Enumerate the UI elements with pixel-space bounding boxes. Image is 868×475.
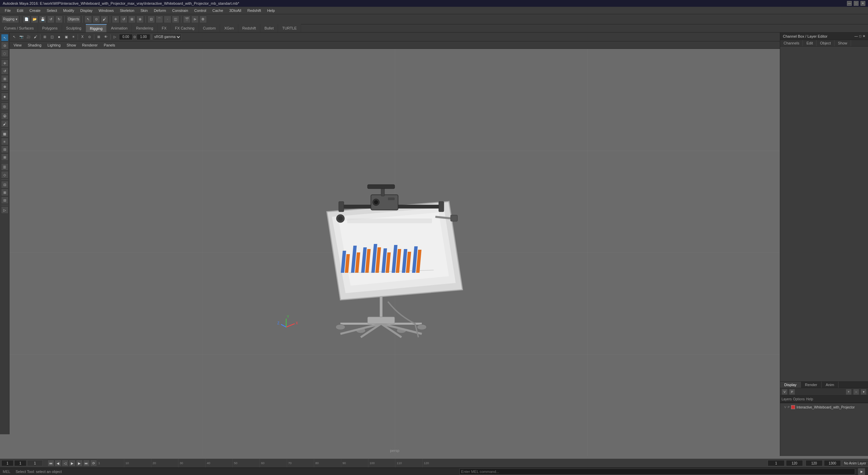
component-editor[interactable]: ▦ <box>1 130 8 137</box>
vp-cam[interactable]: 📷 <box>18 34 25 40</box>
settings-btn[interactable]: ⚙ <box>199 16 207 23</box>
undo-btn[interactable]: ↺ <box>47 16 55 23</box>
vp-light[interactable]: ☀ <box>70 34 77 40</box>
save-file-btn[interactable]: 💾 <box>39 16 46 23</box>
vp-arrow[interactable]: ↖ <box>11 34 18 40</box>
vp-menu-view[interactable]: View <box>11 42 24 48</box>
move-tool[interactable]: ✛ <box>1 59 8 67</box>
brp-tbtn-1[interactable]: V <box>782 389 788 395</box>
frame-input-2[interactable] <box>14 460 26 466</box>
menu-file[interactable]: File <box>2 8 14 13</box>
vp-val1-input[interactable] <box>119 34 133 40</box>
vp-iso[interactable]: ⊠ <box>95 34 102 40</box>
scale-tool-btn[interactable]: ⊞ <box>128 16 136 23</box>
sculpt-tool[interactable]: ⦿ <box>1 112 8 120</box>
vp-menu-shading[interactable]: Shading <box>25 42 44 48</box>
vp-cam2[interactable]: 🎥 <box>25 34 32 40</box>
anim-layer-select[interactable]: No Anim Layer <box>842 460 868 466</box>
go-end-btn[interactable]: ⏭ <box>83 460 90 467</box>
mode-dropdown[interactable]: Rigging ▾ <box>1 16 19 23</box>
vp-wire[interactable]: ◫ <box>48 34 55 40</box>
menu-skeleton[interactable]: Skeleton <box>117 8 137 13</box>
objects-btn[interactable]: Objects <box>66 16 81 23</box>
layer-play-checkbox[interactable]: P <box>788 405 790 409</box>
rp-tab-show[interactable]: Show <box>834 40 851 46</box>
open-file-btn[interactable]: 📂 <box>31 16 38 23</box>
tab-animation[interactable]: Animation <box>107 24 132 32</box>
redo-btn[interactable]: ↻ <box>55 16 63 23</box>
brp-tab-anim[interactable]: Anim <box>822 382 839 388</box>
tab-fx-caching[interactable]: FX Caching <box>171 24 199 32</box>
rotate-tool[interactable]: ↺ <box>1 67 8 75</box>
transform-tool-btn[interactable]: ⊕ <box>136 16 144 23</box>
paint-select-tool[interactable]: ⊙ <box>1 42 8 49</box>
current-frame-input[interactable] <box>1 460 14 466</box>
menu-cache[interactable]: Cache <box>210 8 226 13</box>
rp-float-btn[interactable]: □ <box>859 34 861 38</box>
scale-tool[interactable]: ⊞ <box>1 75 8 82</box>
menu-modify[interactable]: Modify <box>60 8 77 13</box>
menu-help[interactable]: Help <box>264 8 278 13</box>
layout2[interactable]: ⊞ <box>1 189 8 196</box>
paint-weights[interactable]: 🖌 <box>1 120 8 128</box>
brp-del-layer[interactable]: − <box>853 389 859 395</box>
menu-skin[interactable]: Skin <box>138 8 150 13</box>
rp-tab-channels[interactable]: Channels <box>780 40 803 46</box>
tab-custom[interactable]: Custom <box>199 24 220 32</box>
select-tool-btn[interactable]: ↖ <box>84 16 92 23</box>
menu-3dtoall[interactable]: 3DtoAll <box>226 8 244 13</box>
expand-btn[interactable]: ▷ <box>1 206 8 214</box>
menu-deform[interactable]: Deform <box>151 8 169 13</box>
render-btn[interactable]: 🎬 <box>183 16 191 23</box>
brp-layer-options[interactable]: ▾ <box>861 389 867 395</box>
vp-xray[interactable]: X <box>79 34 86 40</box>
snap-grid-btn[interactable]: ⊡ <box>147 16 155 23</box>
gamma-select[interactable]: sRGB gamma <box>153 34 181 40</box>
new-file-btn[interactable]: 📄 <box>23 16 30 23</box>
tab-redshift[interactable]: Redshift <box>238 24 260 32</box>
ipr-btn[interactable]: ⊳ <box>191 16 199 23</box>
tab-xgen[interactable]: XGen <box>220 24 238 32</box>
rotate-tool-btn[interactable]: ↺ <box>120 16 127 23</box>
minimize-button[interactable]: — <box>847 1 852 6</box>
select-tool[interactable]: ↖ <box>1 34 8 41</box>
rp-tab-edit[interactable]: Edit <box>803 40 816 46</box>
brp-help-tab[interactable]: Help <box>806 397 813 401</box>
vp-grid[interactable]: ⊞ <box>41 34 48 40</box>
menu-windows[interactable]: Windows <box>96 8 117 13</box>
menu-edit[interactable]: Edit <box>14 8 26 13</box>
vp-show[interactable]: 👁 <box>102 34 109 40</box>
snap-surface-btn[interactable]: ◫ <box>172 16 179 23</box>
vp-sil[interactable]: ⊙ <box>86 34 93 40</box>
brp-tab-display[interactable]: Display <box>780 382 801 388</box>
brp-tbtn-2[interactable]: P <box>789 389 795 395</box>
maximize-button[interactable]: □ <box>854 1 859 6</box>
go-start-btn[interactable]: ⏮ <box>47 460 54 467</box>
range-far-start[interactable] <box>806 460 823 466</box>
menu-control[interactable]: Control <box>192 8 209 13</box>
timeline-track[interactable]: 1 10 20 30 40 50 60 70 80 90 100 110 120 <box>97 459 766 468</box>
lasso-tool-btn[interactable]: ⊙ <box>93 16 100 23</box>
vp-texture[interactable]: ▣ <box>63 34 70 40</box>
rp-close-btn[interactable]: ✕ <box>863 34 865 38</box>
layout3[interactable]: ⊟ <box>1 196 8 204</box>
layer-vis-checkbox[interactable]: V <box>784 405 786 409</box>
transform-tool[interactable]: ⊕ <box>1 83 8 90</box>
mel-exec-btn[interactable]: ▶ <box>858 468 865 475</box>
snap-curve-btn[interactable]: ⌒ <box>156 16 163 23</box>
vp-menu-renderer[interactable]: Renderer <box>79 42 100 48</box>
menu-create[interactable]: Create <box>27 8 43 13</box>
viewport[interactable]: ↖ 📷 🎥 🖌 ⊞ ◫ ■ ▣ ☀ X ⊙ ⊠ 👁 ▷ ⊙ <box>9 33 780 456</box>
attribute-editor[interactable]: ≡ <box>1 138 8 145</box>
play-btn[interactable]: ▶ <box>69 460 76 467</box>
rp-minimize-btn[interactable]: — <box>854 34 858 38</box>
step-fwd-btn[interactable]: ▶ <box>76 460 83 467</box>
tab-polygons[interactable]: Polygons <box>38 24 62 32</box>
channel-box[interactable]: ⊟ <box>1 146 8 153</box>
vp-menu-show[interactable]: Show <box>64 42 79 48</box>
menu-display[interactable]: Display <box>78 8 95 13</box>
mel-input[interactable] <box>459 469 855 475</box>
vp-paint[interactable]: 🖌 <box>32 34 39 40</box>
layer-row[interactable]: V P Interactive_Whiteboard_with_Projecto… <box>783 404 865 410</box>
play-back-btn[interactable]: ◁ <box>62 460 68 467</box>
